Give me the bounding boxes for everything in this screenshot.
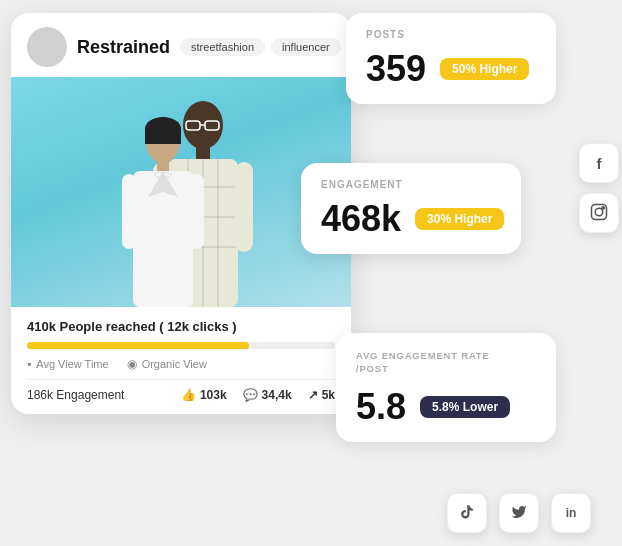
profile-header: Restrained streetfashion influencer	[11, 13, 351, 77]
instagram-icon-btn[interactable]	[579, 193, 619, 233]
engagement-badge: 30% Higher	[415, 208, 504, 230]
engagement-value-row: 468k 30% Higher	[321, 198, 501, 240]
engagement-row: 186k Engagement 👍 103k 💬 34,4k ↗ 5k	[27, 379, 335, 406]
engagement-value: 468k	[321, 198, 401, 240]
tiktok-icon	[459, 504, 475, 523]
engagement-label: ENGAGEMENT	[321, 179, 501, 190]
engagement-card: ENGAGEMENT 468k 30% Higher	[301, 163, 521, 254]
svg-rect-13	[235, 162, 253, 252]
twitter-icon-btn[interactable]	[499, 493, 539, 533]
posts-value: 359	[366, 48, 426, 90]
posts-label: POSTS	[366, 29, 536, 40]
social-icons-right: f	[579, 143, 619, 233]
comments-count: 💬 34,4k	[243, 388, 292, 402]
profile-stats: 410k People reached ( 12k clicks ) ▪ Avg…	[11, 307, 351, 414]
linkedin-icon: in	[566, 506, 577, 520]
facebook-icon: f	[597, 155, 602, 172]
posts-badge: 50% Higher	[440, 58, 529, 80]
avg-engagement-card: AVG ENGAGEMENT RATE /POST 5.8 5.8% Lower	[336, 333, 556, 442]
person-front-silhouette	[118, 117, 208, 307]
svg-point-26	[602, 206, 604, 208]
twitter-icon	[511, 504, 527, 523]
svg-rect-16	[145, 129, 181, 144]
social-icons-bottom: in	[447, 493, 591, 533]
tag-influencer[interactable]: influencer	[271, 38, 341, 56]
avg-value: 5.8	[356, 386, 406, 428]
profile-card: Restrained streetfashion influencer	[11, 13, 351, 414]
organic-view-label: Organic View	[142, 358, 207, 370]
profile-image	[11, 77, 351, 307]
engagement-count: 186k Engagement	[27, 388, 165, 402]
svg-rect-21	[122, 174, 136, 249]
shares-count: ↗ 5k	[308, 388, 335, 402]
profile-name: Restrained	[77, 37, 170, 58]
svg-rect-22	[190, 174, 204, 249]
organic-view-item: ◉ Organic View	[127, 357, 207, 371]
reach-text: 410k People reached ( 12k clicks )	[27, 319, 335, 334]
comment-icon: 💬	[243, 388, 258, 402]
likes-count: 👍 103k	[181, 388, 227, 402]
progress-bar	[27, 342, 335, 349]
progress-fill	[27, 342, 249, 349]
posts-value-row: 359 50% Higher	[366, 48, 536, 90]
monitor-icon: ▪	[27, 357, 31, 371]
like-icon: 👍	[181, 388, 196, 402]
avg-badge: 5.8% Lower	[420, 396, 510, 418]
share-icon: ↗	[308, 388, 318, 402]
svg-point-25	[595, 208, 603, 216]
avg-view-label: Avg View Time	[36, 358, 108, 370]
avg-label: AVG ENGAGEMENT RATE /POST	[356, 349, 536, 376]
scene: Restrained streetfashion influencer	[11, 13, 611, 533]
tag-list: streetfashion influencer	[180, 38, 341, 56]
avg-view-item: ▪ Avg View Time	[27, 357, 109, 371]
tag-streetfashion[interactable]: streetfashion	[180, 38, 265, 56]
eye-icon: ◉	[127, 357, 137, 371]
linkedin-icon-btn[interactable]: in	[551, 493, 591, 533]
avg-value-row: 5.8 5.8% Lower	[356, 386, 536, 428]
tiktok-icon-btn[interactable]	[447, 493, 487, 533]
instagram-icon	[590, 203, 608, 224]
view-row: ▪ Avg View Time ◉ Organic View	[27, 357, 335, 371]
facebook-icon-btn[interactable]: f	[579, 143, 619, 183]
avatar	[27, 27, 67, 67]
posts-card: POSTS 359 50% Higher	[346, 13, 556, 104]
